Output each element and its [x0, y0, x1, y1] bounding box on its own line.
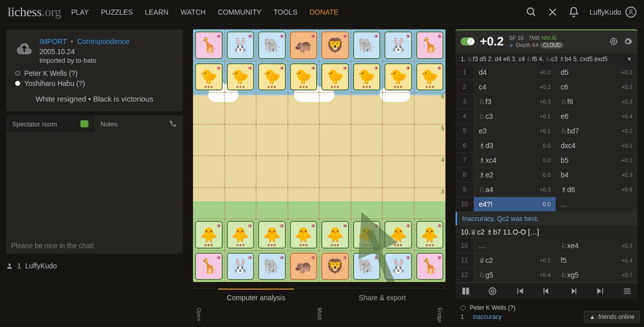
board-square[interactable]: [225, 156, 257, 188]
board-square[interactable]: 🦛❀: [288, 251, 320, 283]
piece-tile[interactable]: 🐘❀: [353, 31, 381, 59]
board-square[interactable]: 3: [414, 188, 446, 219]
board-square[interactable]: [256, 92, 288, 124]
piece-tile[interactable]: 🐥❀: [321, 221, 349, 249]
piece-tile[interactable]: 🐤❀: [321, 63, 349, 91]
engine-pv-line[interactable]: 1. ♘f3 d5 2. d4 e6 3. c4 ♘f6 4. ♘c3 ♗b4 …: [456, 53, 637, 65]
board-square[interactable]: 🐤❀: [382, 61, 414, 93]
move-white[interactable]: c4+0.2: [474, 80, 556, 94]
move-white[interactable]: ♘c3+0.1: [474, 109, 556, 123]
board-square[interactable]: 🐥❀: [193, 219, 225, 251]
prev-move-icon[interactable]: [541, 286, 552, 296]
piece-tile[interactable]: 🐤❀: [416, 63, 444, 91]
move-black[interactable]: b4+0.3: [556, 168, 637, 182]
tab-notes[interactable]: Notes: [94, 115, 183, 132]
logo[interactable]: lichess.org: [8, 5, 61, 20]
piece-tile[interactable]: 🦁❀: [321, 253, 349, 281]
move-white[interactable]: e4?!0.0: [474, 197, 556, 211]
piece-tile[interactable]: 🦒❀: [195, 253, 223, 281]
board-square[interactable]: [225, 92, 257, 124]
book-icon[interactable]: [461, 286, 471, 296]
board-square[interactable]: 🐤❀: [351, 61, 383, 93]
board-square[interactable]: 🐥❀: [288, 219, 320, 251]
nav-tools[interactable]: TOOLS: [274, 8, 298, 16]
board-square[interactable]: 🐤❀: [256, 61, 288, 93]
piece-tile[interactable]: 🦛❀: [290, 31, 318, 59]
board-square[interactable]: [288, 124, 320, 156]
board-square[interactable]: 🐤❀: [193, 61, 225, 93]
board-square[interactable]: [319, 92, 351, 124]
move-black[interactable]: ♘bd7+0.2: [556, 124, 637, 138]
piece-tile[interactable]: 🐥❀: [290, 221, 318, 249]
next-move-icon[interactable]: [568, 286, 578, 296]
move-black[interactable]: dxc4+0.1: [556, 138, 637, 153]
move-list[interactable]: 1d4+0.2d5+0.22c4+0.2c6+0.33♘f3+0.3♘f6+0.…: [456, 65, 637, 283]
variation-line[interactable]: 10.♕c2 ♗b7 11.O-O […]: [456, 225, 637, 239]
piece-tile[interactable]: 🦒❀: [416, 31, 444, 59]
last-move-icon[interactable]: [596, 286, 606, 296]
bell-icon[interactable]: [568, 7, 579, 18]
board-square[interactable]: 🐘❀: [256, 251, 288, 283]
board-square[interactable]: 🐥❀: [414, 219, 446, 251]
piece-tile[interactable]: 🐥❀: [353, 221, 381, 249]
challenge-icon[interactable]: [547, 7, 558, 18]
piece-tile[interactable]: 🐥❀: [416, 221, 444, 249]
board-square[interactable]: 🐥❀: [382, 219, 414, 251]
nav-donate[interactable]: DONATE: [310, 8, 338, 16]
move-black[interactable]: f5+0.4: [556, 253, 637, 267]
piece-tile[interactable]: 🐰❀: [227, 31, 255, 59]
practice-icon[interactable]: [487, 286, 498, 296]
move-black[interactable]: ♗d6+0.6: [556, 182, 637, 197]
move-white[interactable]: d4+0.2: [474, 65, 556, 79]
board-square[interactable]: [193, 188, 225, 219]
board-square[interactable]: 🐤❀: [288, 61, 320, 93]
nav-learn[interactable]: LEARN: [145, 8, 169, 16]
piece-tile[interactable]: 🐤❀: [227, 63, 255, 91]
board-square[interactable]: [288, 92, 320, 124]
piece-tile[interactable]: 🐤❀: [195, 63, 223, 91]
move-white[interactable]: ♕c2+0.2: [474, 253, 556, 267]
piece-tile[interactable]: 🦒❀: [195, 31, 223, 59]
correspondence-link[interactable]: Correspondence: [77, 37, 130, 45]
board-square[interactable]: 🦒❀: [193, 29, 225, 61]
board-square[interactable]: [193, 124, 225, 156]
board-square[interactable]: [351, 188, 383, 219]
chevron-down-icon[interactable]: ▼: [626, 56, 632, 63]
board-square[interactable]: [319, 156, 351, 188]
board-square[interactable]: 🐥❀: [351, 219, 383, 251]
friends-online-button[interactable]: ▲ friends online: [584, 311, 640, 323]
board-square[interactable]: [351, 156, 383, 188]
tab-spectator-room[interactable]: Spectator room: [6, 115, 94, 132]
board-square[interactable]: 🐰❀: [225, 29, 257, 61]
board-square[interactable]: [288, 156, 320, 188]
piece-tile[interactable]: 🐘❀: [258, 31, 286, 59]
visitor-name[interactable]: LuffyKudo: [25, 262, 57, 270]
gear-icon[interactable]: [623, 37, 632, 46]
nav-puzzles[interactable]: PUZZLES: [101, 8, 133, 16]
board-square[interactable]: 🐤❀: [414, 61, 446, 93]
board-square[interactable]: [256, 124, 288, 156]
move-white[interactable]: ♘f3+0.3: [474, 95, 556, 109]
search-icon[interactable]: [526, 7, 537, 18]
board-square[interactable]: [256, 156, 288, 188]
board-square[interactable]: [351, 92, 383, 124]
tab-share-export[interactable]: Share & export: [319, 289, 445, 307]
board-square[interactable]: 🐥❀: [256, 219, 288, 251]
piece-tile[interactable]: 🦒❀: [416, 253, 444, 281]
piece-tile[interactable]: 🐰❀: [384, 253, 412, 281]
menu-icon[interactable]: [622, 286, 632, 296]
move-black[interactable]: c6+0.3: [556, 80, 637, 94]
player-black[interactable]: Yoshiharu Habu (?): [15, 79, 174, 87]
chess-board[interactable]: 🦒❀🐰❀🐘❀🦛❀🦁❀🐘❀🐰❀🦒❀🐤❀🐤❀🐤❀🐤❀🐤❀🐤❀🐤❀🐤❀6543🐥❀🐥❀…: [193, 29, 445, 282]
piece-tile[interactable]: 🐤❀: [290, 63, 318, 91]
board-square[interactable]: 🦒❀: [414, 29, 446, 61]
nav-play[interactable]: PLAY: [71, 8, 89, 16]
board-square[interactable]: [256, 188, 288, 219]
board-square[interactable]: 🦁❀: [319, 29, 351, 61]
board-square[interactable]: 🐘❀: [351, 29, 383, 61]
piece-tile[interactable]: 🐥❀: [195, 221, 223, 249]
board-square[interactable]: 🦛❀: [288, 29, 320, 61]
board-square[interactable]: [193, 156, 225, 188]
board-square[interactable]: 🐘❀: [256, 29, 288, 61]
board-square[interactable]: [193, 92, 225, 124]
